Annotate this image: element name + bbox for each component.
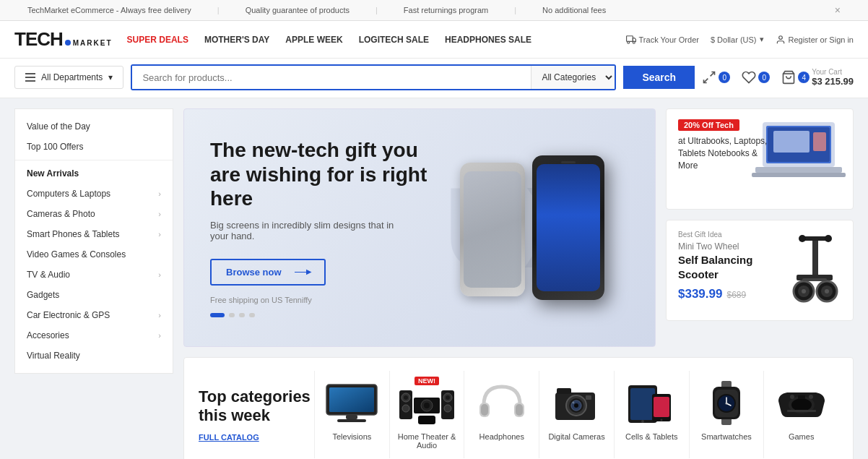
sidebar-item-car-electronic[interactable]: Car Electronic & GPS › [15,305,173,325]
svg-point-73 [790,395,794,399]
svg-rect-12 [755,167,842,173]
sidebar-label: TV & Audio [27,270,70,280]
hero-dot-4[interactable] [249,313,255,317]
nav-logitech-sale[interactable]: LOGITECH SALE [359,35,429,45]
sidebar-item-smartphones[interactable]: Smart Phones & Tablets › [15,224,173,244]
close-icon[interactable]: × [822,4,854,16]
svg-rect-10 [773,131,810,153]
category-item-cells[interactable]: Cells & Tablets [614,371,689,458]
chevron-right-icon: › [158,210,161,218]
logo-dot [65,40,71,46]
departments-label: All Departments [41,72,103,82]
sidebar-item-computers[interactable]: Computers & Laptops › [15,184,173,204]
category-select[interactable]: All Categories [531,66,615,89]
svg-point-69 [725,402,727,404]
sidebar-item-cameras[interactable]: Cameras & Photo › [15,204,173,224]
track-order-label: Track Your Order [639,35,699,44]
hero-area: UX The new-tech gift you are wishing for… [183,108,854,347]
full-catalog-link[interactable]: FULL CATALOG [199,433,314,442]
wishlist-button[interactable]: 0 [742,70,770,85]
announcement-item-3: Fast returnings program [391,6,501,14]
compare-button[interactable]: 0 [702,70,730,85]
category-item-home-theater[interactable]: NEW! [389,371,464,458]
svg-point-1 [627,41,629,43]
sidebar-label: Accesories [27,330,69,340]
svg-point-33 [404,395,408,400]
svg-point-71 [791,398,812,411]
category-name: Cells & Tablets [625,432,678,441]
nav-apple-week[interactable]: APPLE WEEK [285,35,342,45]
chevron-right-icon: › [158,311,161,319]
nav-super-deals[interactable]: SUPER DEALS [127,35,188,45]
side-banners: 20% Off Tech at Ultrabooks, Laptops, Tab… [666,108,854,347]
svg-rect-75 [787,410,816,412]
sidebar-item-tv[interactable]: TV & Audio › [15,265,173,285]
phone-back [460,163,525,296]
sidebar-item-value-of-day[interactable]: Value of the Day [15,116,173,137]
currency-chevron-icon: ▾ [760,35,764,44]
header: TECH MARKET SUPER DEALS MOTHER'S DAY APP… [0,21,868,59]
nav-headphones-sale[interactable]: HEADPHONES SALE [445,35,531,45]
category-item-televisions[interactable]: Televisions [314,371,389,458]
hero-dot-3[interactable] [239,313,245,317]
all-departments-button[interactable]: All Departments ▾ [14,66,123,89]
sidebar-item-accessories[interactable]: Accesories › [15,325,173,346]
category-item-headphones[interactable]: Headphones [464,371,539,458]
sidebar-item-videogames[interactable]: Video Games & Consoles [15,244,173,265]
cart-button[interactable]: 4 Your Cart $3 215.99 [781,68,854,87]
laptop-banner-desc: at Ultrabooks, Laptops, Tablets Notebook… [678,135,768,171]
sidebar-item-vr[interactable]: Virtual Reality [15,346,173,366]
hero-dot-1[interactable] [210,313,225,317]
svg-point-3 [778,35,782,39]
browse-now-button[interactable]: Browse now ▶ [210,259,326,286]
nav-mothers-day[interactable]: MOTHER'S DAY [204,35,269,45]
side-banner-laptop[interactable]: 20% Off Tech at Ultrabooks, Laptops, Tab… [666,108,854,210]
search-button[interactable]: Search [623,66,695,89]
sidebar-divider [15,160,173,160]
svg-rect-56 [630,388,655,420]
svg-point-53 [573,401,575,403]
cart-label: Your Cart [812,68,854,76]
hero-banner: UX The new-tech gift you are wishing for… [183,108,656,347]
svg-rect-14 [812,239,818,278]
logo[interactable]: TECH MARKET [14,28,113,51]
announcement-bar: TechMarket eCommerce - Always free deliv… [0,0,868,21]
cart-count: 4 [798,72,810,83]
currency-selector[interactable]: $ Dollar (US) ▾ [711,35,764,44]
search-bar-row: All Departments ▾ All Categories Search … [0,59,868,98]
svg-point-24 [825,289,829,293]
category-item-smartwatches[interactable]: Smartwatches [689,371,764,458]
svg-rect-0 [626,35,633,41]
hero-phones [438,116,626,339]
track-order-icon [626,35,636,45]
svg-rect-59 [654,397,669,417]
departments-chevron-icon: ▾ [108,72,113,82]
svg-point-57 [641,420,644,423]
sidebar-label: Computers & Laptops [27,189,110,199]
scooter-image [782,228,847,306]
category-name: Digital Cameras [548,432,604,441]
sidebar-label: Cameras & Photo [27,209,95,219]
scooter-price-old: $689 [726,290,746,300]
sidebar-item-gadgets[interactable]: Gadgets [15,285,173,305]
search-input[interactable] [132,66,531,89]
hero-dot-2[interactable] [229,313,235,317]
games-image [773,379,830,426]
scooter-svg [782,228,847,304]
category-item-cameras[interactable]: Digital Cameras [539,371,614,458]
category-item-games[interactable]: Games [763,371,838,458]
category-name: Games [789,432,814,441]
side-banner-scooter[interactable]: Best Gift Idea Mini Two Wheel Self Balan… [666,220,854,321]
phone-front [532,155,604,300]
register-signin[interactable]: Register or Sign in [776,35,854,45]
svg-rect-28 [329,387,374,412]
sidebar-label: Top 100 Offers [27,142,84,152]
svg-point-60 [660,419,662,421]
sidebar-item-new-arrivals[interactable]: New Arrivals [15,163,173,184]
svg-point-38 [444,405,451,412]
sidebar-item-top100[interactable]: Top 100 Offers [15,137,173,157]
track-order[interactable]: Track Your Order [626,35,699,45]
currency-label: $ Dollar (US) [711,35,757,44]
svg-rect-54 [586,395,591,400]
discount-badge: 20% Off Tech [678,119,739,131]
